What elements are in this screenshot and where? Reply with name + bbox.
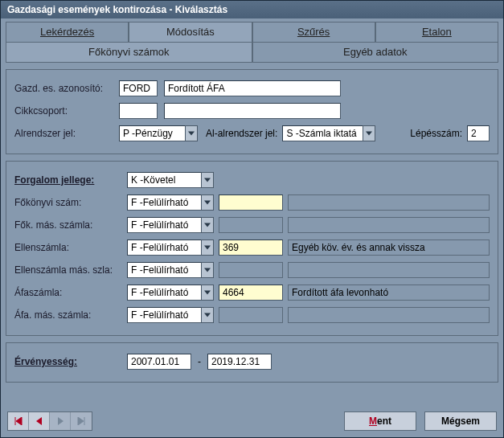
nav-last-button[interactable] (71, 412, 92, 430)
chevron-down-icon[interactable] (201, 284, 214, 301)
cancel-button[interactable]: Mégsem (424, 411, 497, 431)
label-ellenszamlamas: Ellenszámla más. szla: (14, 264, 127, 276)
gazd-code[interactable]: FORD (119, 80, 158, 96)
afamas-desc (288, 307, 490, 323)
ellenszamlamas-code (219, 262, 283, 278)
chevron-down-icon[interactable] (185, 125, 198, 141)
label-alalrendszer: Al-alrendszer jel: (206, 128, 277, 139)
nav-next-button[interactable] (50, 412, 71, 430)
chevron-down-icon[interactable] (201, 239, 214, 256)
ervenyesseg-to[interactable]: 2019.12.31 (207, 354, 272, 370)
afamas-code (219, 307, 283, 323)
afaszamla-mode-select[interactable]: F -Felülírható (127, 284, 214, 301)
sub-tabs: Főkönyvi számok Egyéb adatok (6, 42, 498, 63)
label-lepesszam: Lépésszám: (410, 128, 462, 139)
tab-fokonyvi-label: Főkönyvi számok (88, 46, 169, 58)
action-buttons: Ment Mégsem (344, 411, 497, 431)
tab-lekerdezes[interactable]: Lekérdezés (6, 22, 129, 43)
title-bar: Gazdasági események kontirozása - Kivála… (1, 1, 503, 18)
alrendszer-select[interactable]: P -Pénzügy (119, 125, 198, 141)
row-afamas: Áfa. más. számla: F -Felülírható (14, 306, 490, 324)
tab-fokonyvi-szamok[interactable]: Főkönyvi számok (6, 42, 252, 63)
ervenyesseg-sep: - (191, 356, 207, 367)
main-tabs: Lekérdezés Módosítás Szűrés Etalon (6, 22, 498, 43)
tab-szures-label: Szűrés (297, 26, 330, 38)
ellenszamla-mode-select[interactable]: F -Felülírható (127, 239, 214, 256)
lepesszam-input[interactable]: 2 (467, 125, 490, 141)
afamas-mode-select[interactable]: F -Felülírható (127, 307, 214, 323)
alrendszer-value: P -Pénzügy (119, 125, 185, 141)
save-label-rest: ent (377, 415, 391, 427)
label-ellenszamla: Ellenszámla: (14, 242, 127, 253)
ellenszamlamas-mode-select[interactable]: F -Felülírható (127, 262, 214, 278)
forgalom-select[interactable]: K -Követel (127, 172, 214, 188)
row-fokonyviszam: Főkönyvi szám: F -Felülírható (14, 194, 490, 211)
label-alrendszer: Alrendszer jel: (14, 128, 119, 139)
label-fokonyviszam: Főkönyvi szám: (14, 197, 127, 208)
tab-etalon-label: Etalon (422, 26, 452, 38)
label-afaszamla: Áfaszámla: (14, 287, 127, 298)
save-button[interactable]: Ment (344, 411, 416, 431)
alalrendszer-value: S -Számla iktatá (282, 125, 363, 141)
ervenyesseg-from[interactable]: 2007.01.01 (127, 354, 191, 370)
tab-etalon[interactable]: Etalon (375, 22, 498, 43)
ellenszamla-desc: Egyéb köv. év. és annak vissza (288, 239, 490, 256)
label-afamas: Áfa. más. számla: (14, 309, 127, 321)
save-mnemonic: M (369, 415, 377, 427)
tab-egyeb-label: Egyéb adatok (343, 46, 408, 58)
header-panel: Gazd. es. azonosító: FORD Fordított ÁFA … (6, 69, 498, 154)
chevron-down-icon[interactable] (363, 125, 375, 141)
detail-panel: Forgalom jellege: K -Követel Főkönyvi sz… (6, 161, 498, 336)
label-cikkcs: Cikkcsoport: (14, 105, 119, 117)
chevron-down-icon[interactable] (201, 307, 214, 323)
cikkcs-code[interactable] (119, 103, 158, 119)
label-fokmas: Fők. más. számla: (14, 219, 127, 231)
fokonyviszam-desc (288, 194, 490, 211)
fokmas-desc (288, 217, 490, 233)
window: Gazdasági események kontirozása - Kivála… (0, 0, 504, 438)
alalrendszer-select[interactable]: S -Számla iktatá (282, 125, 375, 141)
ellenszamlamas-desc (288, 262, 490, 278)
label-ervenyesseg: Érvényesség: (14, 356, 127, 367)
label-forgalom: Forgalom jellege: (14, 174, 127, 186)
row-ellenszamla: Ellenszámla: F -Felülírható 369 Egyéb kö… (14, 239, 490, 256)
label-gazd: Gazd. es. azonosító: (14, 83, 119, 94)
fokonyviszam-code[interactable] (219, 194, 283, 211)
afaszamla-code[interactable]: 4664 (219, 284, 283, 301)
tab-modositas-label: Módosítás (166, 26, 215, 38)
nav-first-button[interactable] (8, 412, 29, 430)
fokmas-code (219, 217, 283, 233)
tab-egyeb-adatok[interactable]: Egyéb adatok (252, 42, 499, 63)
ellenszamla-code[interactable]: 369 (219, 239, 283, 256)
cikkcs-desc[interactable] (164, 103, 341, 119)
tab-szures[interactable]: Szűrés (252, 22, 375, 43)
chevron-down-icon[interactable] (201, 172, 214, 188)
fokonyviszam-mode-select[interactable]: F -Felülírható (127, 194, 214, 211)
gazd-desc[interactable]: Fordított ÁFA (164, 80, 341, 96)
row-ellenszamlamas: Ellenszámla más. szla: F -Felülírható (14, 261, 490, 279)
chevron-down-icon[interactable] (201, 194, 214, 211)
validity-panel: Érvényesség: 2007.01.01 - 2019.12.31 (6, 342, 498, 383)
record-nav (7, 411, 92, 431)
window-title: Gazdasági események kontirozása - Kivála… (7, 4, 227, 15)
bottom-bar: Ment Mégsem (7, 411, 497, 431)
fokmas-mode-select[interactable]: F -Felülírható (127, 217, 214, 233)
chevron-down-icon[interactable] (201, 217, 214, 233)
afaszamla-desc: Fordított áfa levonható (288, 284, 490, 301)
row-afaszamla: Áfaszámla: F -Felülírható 4664 Fordított… (14, 284, 490, 301)
content: Lekérdezés Módosítás Szűrés Etalon Főkön… (1, 18, 503, 386)
forgalom-value: K -Követel (127, 172, 201, 188)
tab-modositas[interactable]: Módosítás (129, 22, 252, 43)
chevron-down-icon[interactable] (201, 262, 214, 278)
tab-lekerdezes-label: Lekérdezés (40, 26, 94, 38)
nav-prev-button[interactable] (29, 412, 50, 430)
row-fokmas: Fők. más. számla: F -Felülírható (14, 216, 490, 234)
